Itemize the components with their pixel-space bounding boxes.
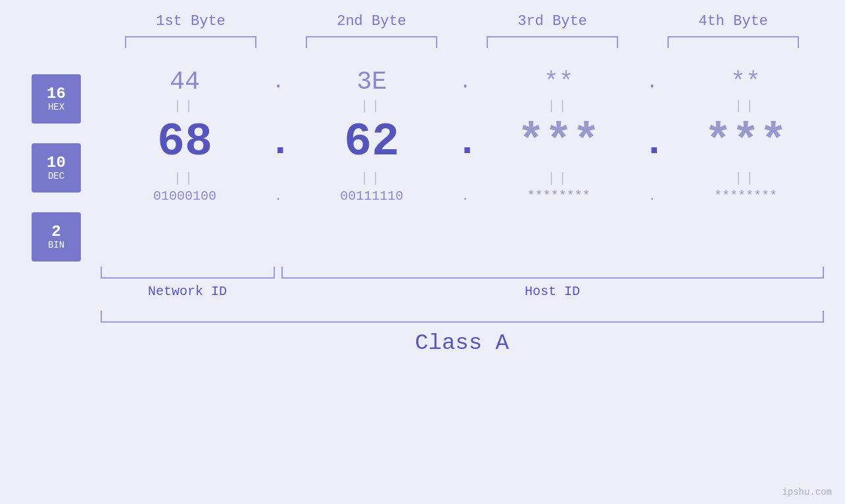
eq-1: || [109,99,260,114]
bracket-1 [125,36,256,48]
byte-header-4: 4th Byte [667,13,799,30]
bin-val-2: 00111110 [296,189,447,204]
dec-val-2: 62 [296,116,447,168]
eq-row-2: || || || || [105,168,825,189]
dec-badge: 10 DEC [32,143,81,193]
hex-dot-2: . [455,71,475,93]
byte-header-3: 3rd Byte [487,13,618,30]
base-rows-container: 16 HEX 10 DEC 2 BIN 44 . 3E . ** . ** [0,68,845,262]
bottom-section: Network ID Host ID [101,267,824,299]
bin-dot-1: . [268,190,288,203]
bin-num: 2 [51,223,60,241]
host-bracket [281,267,824,279]
network-id-label: Network ID [101,284,275,299]
bracket-2 [306,36,437,48]
right-data: 44 . 3E . ** . ** || || || || 68 [105,68,845,262]
bin-val-3: ******** [483,189,635,204]
bottom-brackets-row [101,267,824,279]
byte-header-1: 1st Byte [125,13,256,30]
eq-7: || [483,171,635,186]
bracket-4 [667,36,799,48]
dec-val-3: *** [483,116,635,168]
dec-num: 10 [47,154,66,172]
hex-badge: 16 HEX [32,74,81,124]
bin-dot-3: . [642,190,662,203]
eq-8: || [670,171,821,186]
host-id-label: Host ID [281,284,824,299]
hex-val-1: 44 [109,68,260,96]
eq-row-1: || || || || [105,96,825,116]
dec-dot-1: . [268,120,288,165]
bottom-labels-row: Network ID Host ID [101,284,824,299]
class-label: Class A [101,331,824,355]
eq-6: || [296,171,447,186]
hex-val-4: ** [670,68,821,96]
eq-2: || [296,99,447,114]
bracket-gap [275,267,281,279]
hex-data-row: 44 . 3E . ** . ** [105,68,825,96]
bin-dot-2: . [455,190,475,203]
hex-dot-3: . [642,71,662,93]
hex-label: HEX [48,103,64,112]
eq-5: || [109,171,260,186]
top-brackets [101,36,824,48]
byte-header-2: 2nd Byte [306,13,437,30]
label-gap [275,284,281,299]
hex-dot-1: . [268,71,288,93]
dec-dot-2: . [455,120,475,165]
full-bottom-bracket [101,311,824,323]
main-container: 1st Byte 2nd Byte 3rd Byte 4th Byte 16 H… [0,0,845,504]
bin-data-row: 01000100 . 00111110 . ******** . *******… [105,189,825,204]
dec-dot-3: . [642,120,662,165]
byte-headers: 1st Byte 2nd Byte 3rd Byte 4th Byte [101,13,824,30]
left-badges: 16 HEX 10 DEC 2 BIN [0,68,105,262]
bin-label: BIN [48,241,64,250]
hex-num: 16 [47,85,66,103]
hex-val-2: 3E [296,68,447,96]
bin-val-4: ******** [670,189,821,204]
bracket-3 [487,36,618,48]
hex-val-3: ** [483,68,635,96]
dec-val-4: *** [670,116,821,168]
eq-4: || [670,99,821,114]
dec-data-row: 68 . 62 . *** . *** [105,116,825,168]
watermark: ipshu.com [782,487,832,497]
dec-label: DEC [48,172,64,181]
eq-3: || [483,99,635,114]
network-bracket [101,267,275,279]
bin-badge: 2 BIN [32,212,81,262]
bin-val-1: 01000100 [109,189,260,204]
dec-val-1: 68 [109,116,260,168]
